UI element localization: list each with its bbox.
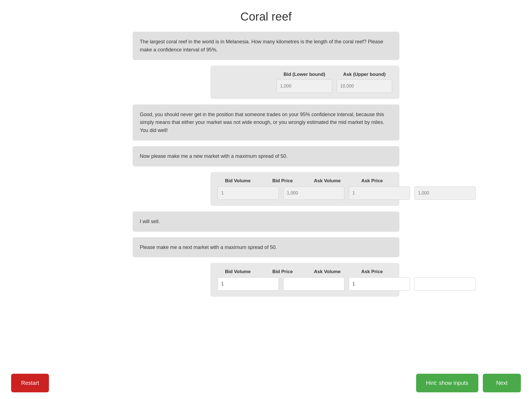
bottom-bar: Restart Hint: show inputs Next [0,367,532,399]
second-market-bid-price[interactable] [283,186,344,200]
second-market-ask-volume[interactable] [349,186,410,200]
first-market-ask-input[interactable] [337,79,392,93]
first-market-bid-input[interactable] [277,79,332,93]
ask-upper-label: Ask (Upper bound) [337,72,392,77]
page-title: Coral reef [0,0,532,32]
second-ask-volume-label: Ask Volume [307,178,347,184]
third-market-ask-volume[interactable] [349,277,410,291]
message-4: I will sell. [133,211,399,232]
third-market-bid-volume[interactable] [218,277,279,291]
message-3: Now please make me a new market with a m… [133,146,399,166]
hint-button[interactable]: Hint: show inputs [416,374,478,392]
second-bid-price-label: Bid Price [262,178,303,184]
first-market-container: Bid (Lower bound) Ask (Upper bound) [210,66,399,99]
message-2: Good, you should never get in the positi… [133,104,399,141]
bid-lower-label: Bid (Lower bound) [277,72,332,77]
second-market-container: Bid Volume Bid Price Ask Volume Ask Pric… [210,172,399,206]
third-market-bid-price[interactable] [283,277,344,291]
next-button[interactable]: Next [483,374,521,392]
third-ask-volume-label: Ask Volume [307,269,347,275]
second-market-ask-price[interactable] [414,186,476,200]
second-market-bid-volume[interactable] [218,186,279,200]
third-bid-volume-label: Bid Volume [218,269,258,275]
message-5: Please make me a next market with a maxi… [133,237,399,258]
third-bid-price-label: Bid Price [262,269,303,275]
third-ask-price-label: Ask Price [352,269,392,275]
second-bid-volume-label: Bid Volume [218,178,258,184]
message-1: The largest coral reef in the world is i… [133,32,399,60]
third-market-container: Bid Volume Bid Price Ask Volume Ask Pric… [210,263,399,297]
second-ask-price-label: Ask Price [352,178,392,184]
third-market-ask-price[interactable] [414,277,476,291]
restart-button[interactable]: Restart [11,374,49,392]
right-buttons: Hint: show inputs Next [416,374,521,392]
